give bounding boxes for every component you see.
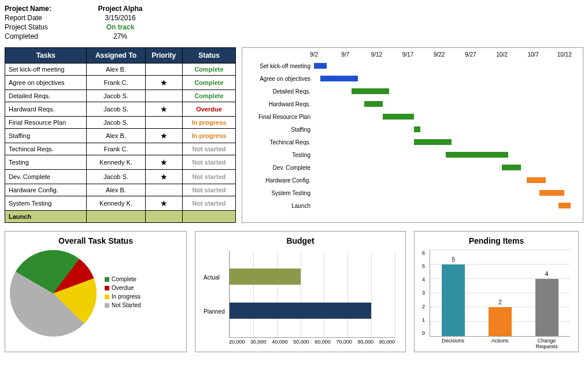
gantt-label: Dev. Complete <box>245 165 314 171</box>
status-cell: Complete <box>182 76 235 90</box>
launch-row: Launch <box>5 211 236 223</box>
budget-chart: Budget ActualPlanned 20,00030,00040,0005… <box>195 231 406 352</box>
priority-cell: ★ <box>145 76 182 90</box>
legend-label: Not Started <box>112 302 141 308</box>
budget-tick: 60,000 <box>315 339 331 345</box>
gantt-tick: 10/7 <box>527 51 538 58</box>
budget-tick: 90,000 <box>379 339 395 345</box>
legend-item: Complete <box>105 276 141 282</box>
pending-bar: 5 <box>442 264 465 336</box>
pending-title: Pending Items <box>419 236 574 245</box>
gantt-bar <box>559 203 571 208</box>
project-name-value: Project Alpha <box>91 5 149 13</box>
priority-cell: ★ <box>145 129 182 143</box>
task-name: Testing <box>5 155 87 170</box>
pending-value-label: 4 <box>535 271 559 277</box>
budget-tick: 30,000 <box>250 339 267 345</box>
budget-tick: 20,000 <box>229 339 245 345</box>
table-row: System TestingKennedy K.★Not started <box>5 196 236 211</box>
gantt-row: Launch <box>245 199 577 212</box>
pending-y-tick: 5 <box>422 263 425 269</box>
pending-y-tick: 0 <box>422 330 425 336</box>
gantt-row: Set kick-off meeting <box>245 59 577 72</box>
table-header: Status <box>182 48 235 64</box>
table-row: Hardware Config.Alex B.Not started <box>5 184 236 196</box>
gantt-row: Hardward Reqs. <box>245 98 577 110</box>
priority-cell <box>145 143 182 155</box>
status-cell: In progress <box>182 129 235 143</box>
gantt-tick: 9/7 <box>341 51 349 58</box>
table-row: Final Resource PlanJacob S.In progress <box>5 117 236 129</box>
pending-y-tick: 3 <box>422 290 425 296</box>
legend-swatch <box>105 286 109 290</box>
assigned-to: Jacob S. <box>87 102 145 117</box>
gantt-label: Techincal Reqs. <box>245 139 314 146</box>
budget-bar <box>230 269 301 285</box>
legend-swatch <box>105 303 109 308</box>
table-row: Set kick-off meetingAlex B.Complete <box>5 64 236 76</box>
pending-y-tick: 2 <box>422 304 425 310</box>
budget-category-label: Planned <box>204 308 225 315</box>
gantt-bar <box>539 190 564 196</box>
budget-category-label: Actual <box>204 274 220 280</box>
gantt-tick: 9/12 <box>371 51 382 58</box>
gantt-row: System Testing <box>245 187 577 199</box>
gantt-tick: 10/2 <box>496 51 507 58</box>
priority-cell: ★ <box>145 170 182 184</box>
gantt-label: Launch <box>245 203 314 209</box>
assigned-to: Jacob S. <box>87 90 145 102</box>
star-icon: ★ <box>160 172 168 181</box>
assigned-to: Jacob S. <box>87 170 145 184</box>
task-name: Detailed Reqs. <box>5 90 87 102</box>
gantt-label: Detailed Reqs. <box>245 88 314 95</box>
table-row: Detailed Reqs.Jacob S.Complete <box>5 90 236 102</box>
report-date-value: 3/15/2016 <box>91 14 149 22</box>
priority-cell <box>145 117 182 129</box>
gantt-label: Agree on objectives <box>245 76 314 82</box>
gantt-label: Staffing <box>245 126 314 133</box>
gantt-row: Techincal Reqs. <box>245 136 577 148</box>
priority-cell: ★ <box>145 155 182 170</box>
gantt-bar <box>414 126 420 132</box>
gantt-bar <box>352 88 389 94</box>
star-icon: ★ <box>160 105 168 114</box>
budget-bar <box>230 303 371 319</box>
gantt-bar <box>364 101 383 107</box>
table-header: Tasks <box>5 48 87 64</box>
star-icon: ★ <box>160 199 168 208</box>
legend-swatch <box>105 294 109 299</box>
gantt-bar <box>502 165 521 170</box>
budget-tick: 40,000 <box>272 339 288 345</box>
status-cell: Complete <box>182 90 235 102</box>
gantt-row: Final Resource Plan <box>245 110 577 123</box>
pending-value-label: 5 <box>442 256 465 263</box>
task-name: Agree on objectives <box>5 76 87 90</box>
gantt-chart: 9/29/79/129/179/229/2710/210/710/12 Set … <box>242 47 583 223</box>
pending-value-label: 2 <box>489 299 512 305</box>
pie-graphic <box>10 250 97 337</box>
pending-category-label: Decisions <box>433 338 474 349</box>
pie-title: Overall Task Status <box>10 236 182 245</box>
budget-title: Budget <box>200 236 401 245</box>
overall-task-status-chart: Overall Task Status CompleteOverdueIn pr… <box>5 231 187 352</box>
task-name: Hardware Config. <box>5 184 87 196</box>
gantt-label: Final Resource Plan <box>245 114 314 120</box>
table-header: Assigned To <box>87 48 145 64</box>
gantt-row: Dev. Complete <box>245 161 577 174</box>
task-name: Final Resource Plan <box>5 117 87 129</box>
status-cell: Complete <box>182 64 235 76</box>
gantt-row: Staffing <box>245 123 577 136</box>
status-cell: Not started <box>182 143 235 155</box>
gantt-row: Hardware Config. <box>245 174 577 187</box>
gantt-label: Testing <box>245 152 314 158</box>
legend-label: In progress <box>112 293 140 300</box>
star-icon: ★ <box>160 158 168 167</box>
pending-bar: 4 <box>535 279 559 336</box>
assigned-to: Kennedy K. <box>87 155 145 170</box>
gantt-bar <box>446 152 508 158</box>
project-status-value: On track <box>91 23 149 31</box>
table-header: Priority <box>145 48 182 64</box>
pending-y-tick: 4 <box>422 277 425 282</box>
task-table: TasksAssigned ToPriorityStatus Set kick-… <box>5 47 236 223</box>
table-row: StaffingAlex B.★In progress <box>5 129 236 143</box>
